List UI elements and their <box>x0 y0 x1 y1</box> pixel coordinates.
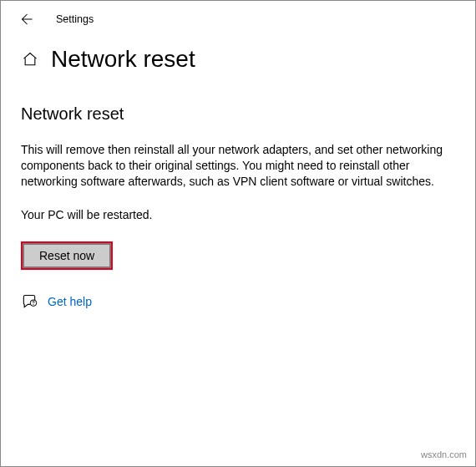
page-header: Network reset <box>1 38 475 76</box>
content-area: Network reset This will remove then rein… <box>1 76 475 310</box>
home-icon[interactable] <box>21 50 39 69</box>
app-name: Settings <box>56 13 94 25</box>
help-row: Get help <box>21 293 455 310</box>
reset-button-highlight: Reset now <box>21 241 113 270</box>
back-arrow-icon[interactable] <box>18 11 34 28</box>
subheading: Network reset <box>21 104 455 124</box>
chat-help-icon <box>21 293 38 310</box>
description-text: This will remove then reinstall all your… <box>21 142 447 190</box>
reset-now-button[interactable]: Reset now <box>23 243 111 268</box>
get-help-link[interactable]: Get help <box>48 295 92 308</box>
svg-point-1 <box>33 304 34 305</box>
page-title: Network reset <box>51 46 195 73</box>
titlebar: Settings <box>1 1 475 38</box>
watermark: wsxdn.com <box>421 449 467 459</box>
restart-note: Your PC will be restarted. <box>21 208 455 221</box>
